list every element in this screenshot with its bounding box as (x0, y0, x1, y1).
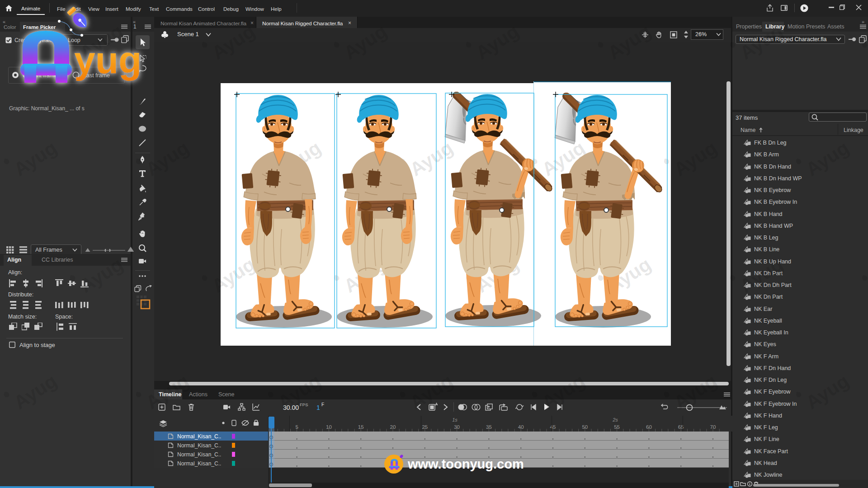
svg-text:5: 5 (295, 424, 298, 430)
svg-text:15: 15 (358, 424, 364, 430)
svg-text:70: 70 (710, 424, 716, 430)
svg-text:30: 30 (454, 424, 460, 430)
svg-text:50: 50 (582, 424, 588, 430)
svg-text:10: 10 (326, 424, 332, 430)
svg-text:45: 45 (550, 424, 556, 430)
svg-text:60: 60 (646, 424, 652, 430)
svg-text:1s: 1s (452, 417, 458, 422)
svg-text:www.toonyug.com: www.toonyug.com (407, 457, 524, 471)
svg-text:55: 55 (614, 424, 620, 430)
svg-text:25: 25 (422, 424, 428, 430)
svg-text:20: 20 (390, 424, 396, 430)
svg-text:40: 40 (518, 424, 524, 430)
svg-text:35: 35 (486, 424, 492, 430)
svg-text:2s: 2s (612, 417, 618, 422)
